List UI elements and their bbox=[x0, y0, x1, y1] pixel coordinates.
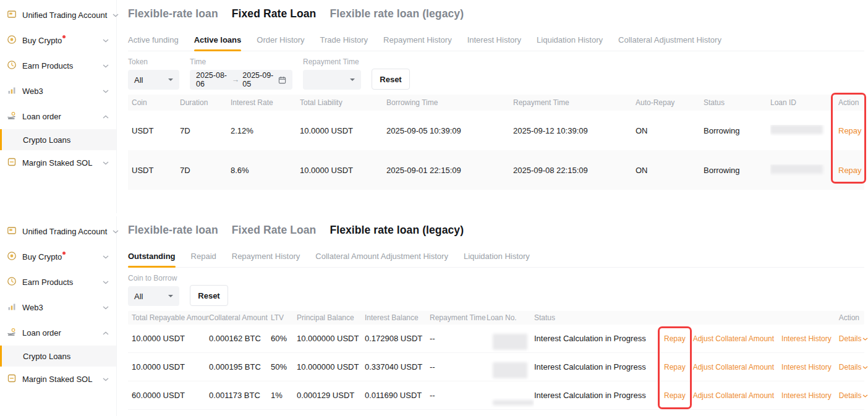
sidebar-item-web3[interactable]: Web3 bbox=[0, 295, 116, 320]
table-row: 10.0000 USDT 0.000195 BTC 50% 10.000000 … bbox=[128, 353, 864, 381]
col-duration: Duration bbox=[180, 98, 231, 107]
tab-collateral-adjustment-history[interactable]: Collateral Adjustment History bbox=[618, 35, 721, 51]
coin-to-borrow-select[interactable]: All bbox=[128, 286, 179, 306]
title-flexible-rate-loan[interactable]: Flexible-rate loan bbox=[128, 224, 218, 237]
table-header-row: Total Repayable Amount Collateral Amount… bbox=[128, 311, 864, 325]
tab-liquidation-history[interactable]: Liquidation History bbox=[464, 252, 530, 267]
trading-account-icon bbox=[7, 9, 17, 21]
reset-button[interactable]: Reset bbox=[190, 285, 228, 306]
chevron-down-icon bbox=[103, 64, 109, 68]
caret-down-icon bbox=[350, 79, 355, 81]
title-fixed-rate-loan[interactable]: Fixed Rate Loan bbox=[232, 7, 317, 20]
cell-interest-rate: 8.6% bbox=[231, 166, 300, 175]
repay-link[interactable]: Repay bbox=[664, 363, 686, 371]
adjust-collateral-link[interactable]: Adjust Collateral Amount bbox=[693, 363, 774, 371]
cell-collateral-amount: 0.000195 BTC bbox=[209, 362, 271, 371]
chevron-down-icon bbox=[862, 366, 868, 370]
tab-active-loans[interactable]: Active loans bbox=[194, 35, 242, 51]
sidebar-item-margin-staked-sol[interactable]: Margin Staked SOL bbox=[0, 150, 116, 176]
cell-repayment-time: -- bbox=[430, 391, 487, 400]
cell-interest-balance: 0.337040 USDT bbox=[365, 362, 430, 371]
sidebar-item-margin-staked-sol[interactable]: Margin Staked SOL bbox=[0, 367, 116, 392]
chevron-down-icon bbox=[103, 306, 109, 310]
cell-total-liability: 10.0000 USDT bbox=[300, 166, 353, 175]
repay-link[interactable]: Repay bbox=[838, 126, 862, 135]
col-action: Action bbox=[838, 98, 859, 107]
tab-active-funding[interactable]: Active funding bbox=[128, 35, 179, 51]
title-flexible-rate-loan-legacy[interactable]: Flexible rate loan (legacy) bbox=[330, 224, 464, 237]
cell-collateral-amount: 0.000162 BTC bbox=[209, 334, 271, 343]
reset-button[interactable]: Reset bbox=[372, 69, 410, 90]
sidebar-item-crypto-loans[interactable]: Crypto Loans bbox=[0, 346, 116, 367]
earn-products-icon bbox=[7, 60, 17, 72]
chevron-down-icon bbox=[103, 39, 109, 43]
title-fixed-rate-loan[interactable]: Fixed Rate Loan bbox=[232, 224, 317, 237]
details-dropdown[interactable]: Details bbox=[839, 363, 868, 371]
repayment-time-select[interactable] bbox=[303, 70, 361, 90]
sidebar-subitem-label: Crypto Loans bbox=[23, 135, 70, 145]
sidebar-item-crypto-loans[interactable]: Crypto Loans bbox=[0, 129, 116, 150]
tab-interest-history[interactable]: Interest History bbox=[467, 35, 521, 51]
sidebar-item-loan-order[interactable]: Loan order bbox=[0, 320, 116, 346]
active-loans-table: Coin Duration Interest Rate Total Liabil… bbox=[128, 95, 864, 190]
adjust-collateral-link[interactable]: Adjust Collateral Amount bbox=[693, 391, 774, 400]
table-row: USDT 7D 8.6% 10.0000 USDT 2025-09-01 22:… bbox=[128, 150, 864, 190]
cell-ltv: 60% bbox=[271, 334, 297, 343]
filter-bar: Token All Time 2025-08-06 → 2025-09-05 R… bbox=[128, 57, 864, 90]
title-flexible-rate-loan-legacy[interactable]: Flexible rate loan (legacy) bbox=[330, 7, 464, 20]
tab-repayment-history[interactable]: Repayment History bbox=[232, 252, 300, 267]
sidebar-item-buy-crypto[interactable]: Buy Crypto bbox=[0, 244, 116, 270]
cell-ltv: 50% bbox=[271, 362, 297, 371]
sidebar-item-buy-crypto[interactable]: Buy Crypto bbox=[0, 28, 116, 53]
filter-bar: Coin to Borrow All Reset bbox=[128, 274, 864, 306]
col-interest-balance: Interest Balance bbox=[365, 313, 430, 322]
chevron-down-icon bbox=[862, 394, 868, 398]
repay-link[interactable]: Repay bbox=[664, 334, 686, 343]
interest-history-link[interactable]: Interest History bbox=[781, 391, 832, 400]
tab-outstanding[interactable]: Outstanding bbox=[128, 252, 176, 267]
token-select[interactable]: All bbox=[128, 70, 179, 90]
repay-link[interactable]: Repay bbox=[664, 391, 686, 400]
tab-repayment-history[interactable]: Repayment History bbox=[383, 35, 452, 51]
sidebar-subitem-label: Crypto Loans bbox=[23, 352, 70, 361]
panel-fixed-rate-loan: Unified Trading Account Buy Crypto Earn … bbox=[0, 0, 868, 213]
main-content: Flexible-rate loan Fixed Rate Loan Flexi… bbox=[117, 0, 868, 213]
table-row: USDT 7D 2.12% 10.0000 USDT 2025-09-05 10… bbox=[128, 111, 864, 150]
redacted-loan-id bbox=[770, 164, 823, 174]
repayment-time-filter-label: Repayment Time bbox=[303, 57, 361, 66]
cell-status: Interest Calculation in Progress bbox=[534, 334, 664, 343]
details-dropdown[interactable]: Details bbox=[839, 334, 868, 343]
earn-products-icon bbox=[7, 276, 17, 288]
interest-history-link[interactable]: Interest History bbox=[781, 363, 832, 371]
details-dropdown[interactable]: Details bbox=[839, 391, 868, 400]
trading-account-icon bbox=[7, 226, 17, 237]
buy-crypto-icon bbox=[7, 251, 17, 263]
buy-crypto-icon bbox=[7, 35, 17, 46]
repay-link[interactable]: Repay bbox=[838, 166, 862, 175]
tab-repaid[interactable]: Repaid bbox=[191, 252, 216, 267]
cell-principal-balance: 10.000000 USDT bbox=[297, 362, 365, 371]
sidebar-item-loan-order[interactable]: Loan order bbox=[0, 104, 116, 129]
title-flexible-rate-loan[interactable]: Flexible-rate loan bbox=[128, 7, 218, 20]
sidebar-item-unified-trading-account[interactable]: Unified Trading Account bbox=[0, 219, 116, 244]
chevron-down-icon bbox=[103, 90, 109, 93]
sidebar-item-web3[interactable]: Web3 bbox=[0, 79, 116, 104]
cell-total-repayable: 60.0000 USDT bbox=[128, 391, 209, 400]
tab-collateral-amount-adjustment-history[interactable]: Collateral Amount Adjustment History bbox=[315, 252, 448, 267]
tab-trade-history[interactable]: Trade History bbox=[320, 35, 368, 51]
sidebar-item-earn-products[interactable]: Earn Products bbox=[0, 270, 116, 295]
time-range-picker[interactable]: 2025-08-06 → 2025-09-05 bbox=[190, 70, 292, 90]
col-interest-rate: Interest Rate bbox=[231, 98, 300, 107]
cell-ltv: 1% bbox=[271, 391, 297, 400]
sidebar: Unified Trading Account Buy Crypto Earn … bbox=[0, 216, 117, 416]
chevron-down-icon bbox=[862, 337, 868, 341]
tab-liquidation-history[interactable]: Liquidation History bbox=[537, 35, 603, 51]
sidebar-item-earn-products[interactable]: Earn Products bbox=[0, 53, 116, 79]
adjust-collateral-link[interactable]: Adjust Collateral Amount bbox=[693, 334, 774, 343]
chevron-down-icon bbox=[103, 378, 109, 381]
sidebar-item-unified-trading-account[interactable]: Unified Trading Account bbox=[0, 2, 116, 28]
interest-history-link[interactable]: Interest History bbox=[781, 334, 832, 343]
cell-interest-balance: 0.172908 USDT bbox=[365, 334, 430, 343]
tab-bar: Outstanding Repaid Repayment History Col… bbox=[128, 252, 864, 268]
tab-order-history[interactable]: Order History bbox=[257, 35, 304, 51]
